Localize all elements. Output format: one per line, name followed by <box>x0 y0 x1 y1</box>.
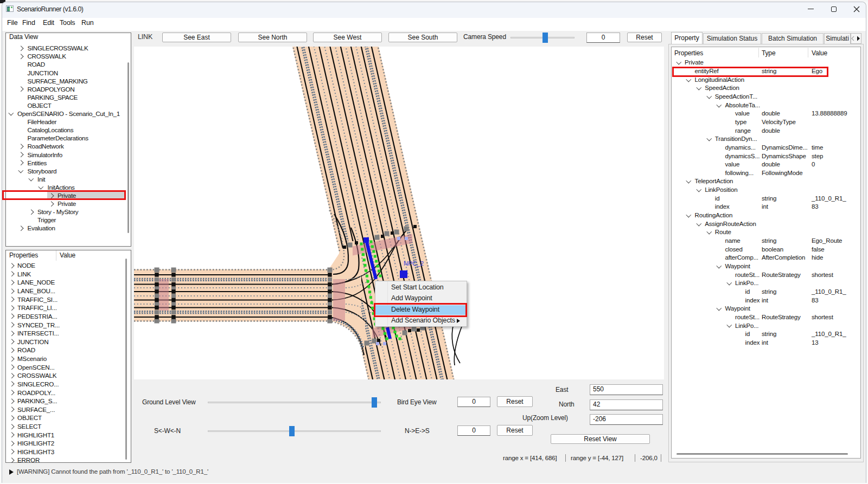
svg-text:NPC_2: NPC_2 <box>404 260 424 267</box>
